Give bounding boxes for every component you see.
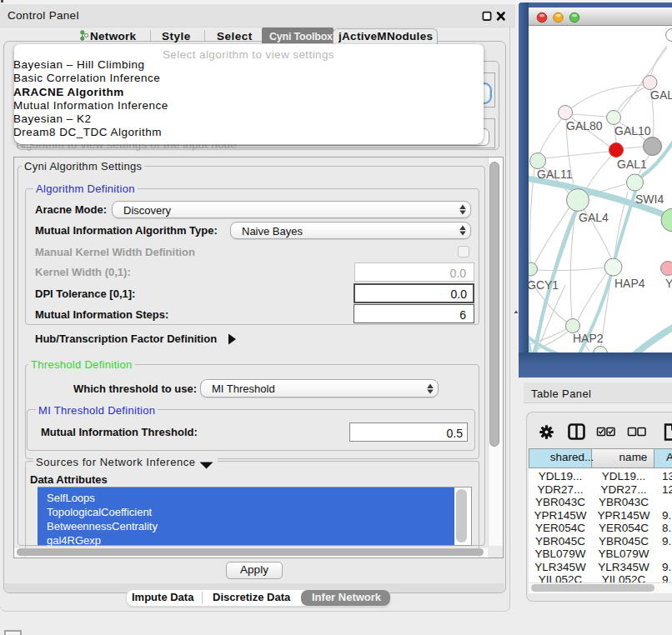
svg-text:SWI4: SWI4 (635, 192, 664, 206)
svg-text:GAL10: GAL10 (614, 124, 651, 138)
svg-text:GAL4: GAL4 (579, 211, 609, 224)
svg-text:GAL: GAL (650, 88, 672, 102)
svg-text:HAP2: HAP2 (573, 332, 604, 345)
svg-text:GAL80: GAL80 (566, 119, 603, 132)
svg-text:GAL1: GAL1 (617, 158, 647, 171)
svg-text:GAL11: GAL11 (537, 168, 573, 181)
svg-text:Y: Y (665, 277, 672, 290)
svg-text:GCY1: GCY1 (529, 278, 559, 292)
svg-text:HAP4: HAP4 (614, 277, 645, 290)
